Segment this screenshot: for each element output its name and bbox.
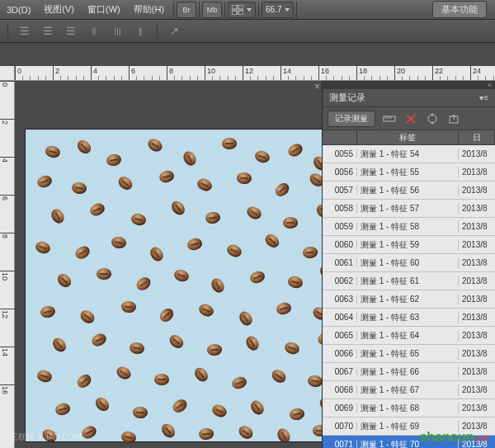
bean-object[interactable] xyxy=(90,332,108,348)
menu-3d[interactable]: 3D(D) xyxy=(0,5,37,15)
record-measurement-button[interactable]: 记录测量 xyxy=(328,111,375,127)
mb-button[interactable]: Mb xyxy=(202,2,222,18)
table-row[interactable]: 0065测量 1 - 特征 642013/8 xyxy=(323,327,495,345)
panel-tab[interactable]: 测量记录 ▾≡ xyxy=(323,89,495,107)
distribute-h-icon[interactable]: ⫴ xyxy=(85,22,103,40)
menu-window[interactable]: 窗口(W) xyxy=(81,3,127,16)
bean-object[interactable] xyxy=(44,144,61,159)
bean-object[interactable] xyxy=(205,211,221,225)
bean-object[interactable] xyxy=(78,308,97,326)
bean-object[interactable] xyxy=(196,177,214,193)
bean-object[interactable] xyxy=(286,275,304,290)
bean-object[interactable] xyxy=(88,201,106,218)
table-row[interactable]: 0063测量 1 - 特征 622013/8 xyxy=(323,290,495,309)
align-left-icon[interactable]: ☰ xyxy=(16,22,34,40)
bean-object[interactable] xyxy=(35,173,54,189)
bean-object[interactable] xyxy=(248,269,266,285)
align-center-icon[interactable]: ☰ xyxy=(39,22,57,40)
arrow-icon[interactable]: ↗ xyxy=(165,22,183,40)
bean-object[interactable] xyxy=(286,141,305,158)
bean-object[interactable] xyxy=(80,424,98,441)
bean-object[interactable] xyxy=(237,309,255,328)
bean-object[interactable] xyxy=(186,237,203,252)
bean-object[interactable] xyxy=(289,408,305,422)
vertical-ruler[interactable]: 0246810121416 xyxy=(0,81,15,448)
menu-help[interactable]: 帮助(H) xyxy=(127,3,171,16)
table-row[interactable]: 0055测量 1 - 特征 542013/8 xyxy=(323,145,495,163)
bean-object[interactable] xyxy=(49,207,66,226)
bean-object[interactable] xyxy=(146,136,165,153)
bean-object[interactable] xyxy=(159,422,177,441)
table-row[interactable]: 0062测量 1 - 特征 612013/8 xyxy=(323,272,495,290)
canvas[interactable] xyxy=(25,129,330,442)
table-row[interactable]: 0066测量 1 - 特征 652013/8 xyxy=(323,345,495,363)
bean-object[interactable] xyxy=(120,430,137,445)
bean-object[interactable] xyxy=(75,138,94,157)
bean-object[interactable] xyxy=(55,271,74,290)
table-row[interactable]: 0069测量 1 - 特征 682013/8 xyxy=(323,399,495,417)
bean-object[interactable] xyxy=(75,372,94,390)
panel-menu-icon[interactable]: ▾≡ xyxy=(479,93,488,102)
bean-object[interactable] xyxy=(237,423,256,441)
bean-object[interactable] xyxy=(148,245,166,264)
bean-object[interactable] xyxy=(34,239,52,255)
export-icon[interactable] xyxy=(446,111,461,126)
bean-object[interactable] xyxy=(167,332,186,351)
bean-object[interactable] xyxy=(40,305,56,319)
bean-object[interactable] xyxy=(115,364,134,381)
doc-arrange-dropdown[interactable] xyxy=(228,2,256,18)
bean-object[interactable] xyxy=(171,397,190,415)
bean-object[interactable] xyxy=(35,369,53,384)
bean-object[interactable] xyxy=(111,236,127,250)
table-row[interactable]: 0056测量 1 - 特征 552013/8 xyxy=(323,163,495,182)
horizontal-ruler[interactable]: 024681012141618202224 xyxy=(15,66,495,81)
bean-object[interactable] xyxy=(172,267,191,283)
bean-object[interactable] xyxy=(97,268,111,280)
target-icon[interactable] xyxy=(425,111,440,126)
bean-object[interactable] xyxy=(210,403,229,419)
bean-object[interactable] xyxy=(192,365,210,384)
close-doc-icon[interactable]: × xyxy=(314,81,320,92)
bean-object[interactable] xyxy=(236,172,252,185)
bean-object[interactable] xyxy=(134,275,153,293)
table-row[interactable]: 0068测量 1 - 特征 672013/8 xyxy=(323,381,495,399)
distribute-v-icon[interactable]: ⫼ xyxy=(108,22,126,40)
table-row[interactable]: 0067测量 1 - 特征 662013/8 xyxy=(323,363,495,381)
menu-view[interactable]: 视图(V) xyxy=(37,3,81,16)
table-row[interactable]: 0057测量 1 - 特征 562013/8 xyxy=(323,182,495,200)
bean-object[interactable] xyxy=(120,300,136,314)
bean-object[interactable] xyxy=(132,406,148,419)
bean-object[interactable] xyxy=(222,138,237,149)
bean-object[interactable] xyxy=(158,169,175,184)
bean-object[interactable] xyxy=(54,402,71,417)
bean-object[interactable] xyxy=(245,204,264,221)
delete-icon[interactable] xyxy=(403,111,418,126)
bean-object[interactable] xyxy=(273,181,292,199)
bean-object[interactable] xyxy=(253,149,271,164)
bean-object[interactable] xyxy=(206,343,222,356)
table-row[interactable]: 0064测量 1 - 特征 632013/8 xyxy=(323,309,495,327)
bean-object[interactable] xyxy=(50,336,68,355)
bean-object[interactable] xyxy=(181,149,198,168)
table-row[interactable]: 0058测量 1 - 特征 572013/8 xyxy=(323,200,495,218)
zoom-dropdown[interactable]: 66.7 xyxy=(262,2,294,18)
bean-object[interactable] xyxy=(283,217,298,229)
ruler-icon[interactable] xyxy=(382,111,397,126)
table-row[interactable]: 0059测量 1 - 特征 582013/8 xyxy=(323,218,495,236)
bean-object[interactable] xyxy=(116,174,135,192)
bean-object[interactable] xyxy=(243,334,261,353)
measurement-table[interactable]: 0055测量 1 - 特征 542013/80056测量 1 - 特征 5520… xyxy=(323,145,495,448)
br-button[interactable]: Br xyxy=(177,2,196,18)
bean-object[interactable] xyxy=(263,232,282,250)
bean-object[interactable] xyxy=(71,182,87,196)
bean-object[interactable] xyxy=(230,375,248,390)
bean-object[interactable] xyxy=(270,367,289,385)
distribute-sp-icon[interactable]: ⫿ xyxy=(131,22,149,40)
workspace-mode[interactable]: 基本功能 xyxy=(432,1,487,18)
bean-object[interactable] xyxy=(198,427,214,441)
bean-object[interactable] xyxy=(248,398,266,417)
bean-object[interactable] xyxy=(158,306,177,325)
table-row[interactable]: 0060测量 1 - 特征 592013/8 xyxy=(323,236,495,254)
bean-object[interactable] xyxy=(283,340,301,356)
align-right-icon[interactable]: ☰ xyxy=(62,22,80,40)
